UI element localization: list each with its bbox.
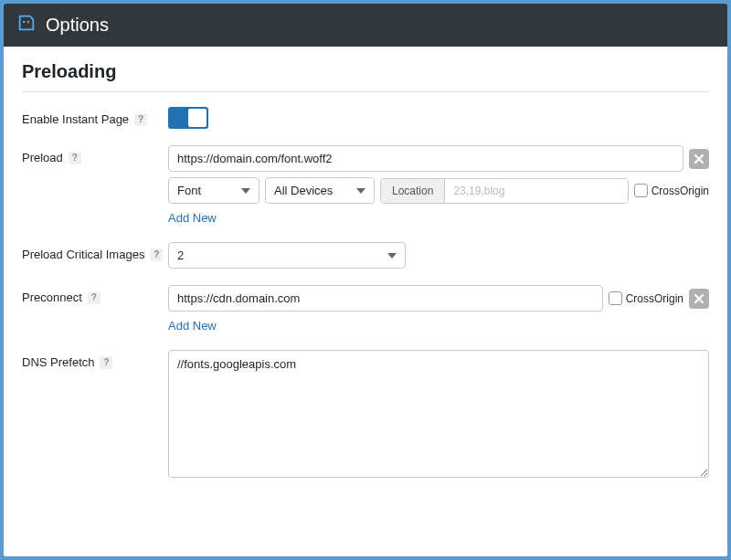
help-icon[interactable]: ?	[69, 152, 81, 164]
preconnect-add-new-link[interactable]: Add New	[168, 319, 217, 333]
dns-prefetch-textarea[interactable]: //fonts.googleapis.com	[168, 350, 709, 478]
preload-type-select[interactable]: Font	[168, 177, 260, 204]
row-instant-page: Enable Instant Page ?	[22, 107, 709, 129]
preload-device-select[interactable]: All Devices	[265, 177, 375, 204]
help-icon[interactable]: ?	[134, 113, 147, 126]
options-window: Options Preloading Enable Instant Page ?…	[4, 4, 727, 556]
preload-add-new-link[interactable]: Add New	[168, 211, 217, 225]
critical-images-label: Preload Critical Images	[22, 248, 144, 261]
help-icon[interactable]: ?	[88, 291, 101, 304]
critical-images-select[interactable]: 2	[168, 242, 406, 269]
row-preconnect: Preconnect ? CrossOrigin Add New	[22, 285, 709, 333]
preconnect-crossorigin-wrap[interactable]: CrossOrigin	[609, 291, 683, 305]
titlebar: Options	[4, 4, 727, 47]
dns-prefetch-label: DNS Prefetch	[22, 355, 94, 369]
preload-location-group: Location	[380, 178, 629, 204]
help-icon[interactable]: ?	[150, 248, 163, 261]
preload-crossorigin-checkbox[interactable]	[634, 184, 648, 197]
preconnect-crossorigin-label: CrossOrigin	[626, 292, 683, 305]
preconnect-label: Preconnect	[22, 291, 82, 304]
app-icon	[16, 13, 37, 37]
preconnect-url-input[interactable]	[168, 285, 603, 312]
row-preload: Preload ? Font All Devices	[22, 145, 709, 226]
section-title: Preloading	[22, 61, 709, 92]
preload-url-input[interactable]	[168, 145, 683, 172]
row-dns-prefetch: DNS Prefetch ? //fonts.googleapis.com	[22, 350, 709, 481]
title-text: Options	[46, 15, 109, 36]
row-critical-images: Preload Critical Images ? 2	[22, 242, 709, 269]
remove-preconnect-button[interactable]	[689, 289, 709, 309]
svg-point-0	[23, 21, 26, 24]
remove-preload-button[interactable]	[689, 149, 709, 169]
preload-crossorigin-wrap[interactable]: CrossOrigin	[634, 184, 709, 197]
instant-page-label: Enable Instant Page	[22, 112, 129, 126]
preload-crossorigin-label: CrossOrigin	[652, 185, 709, 197]
svg-point-1	[27, 21, 30, 24]
content-area: Preloading Enable Instant Page ? Preload…	[4, 47, 727, 556]
help-icon[interactable]: ?	[100, 356, 112, 369]
preconnect-crossorigin-checkbox[interactable]	[609, 291, 622, 305]
instant-page-toggle[interactable]	[168, 107, 208, 129]
location-button[interactable]: Location	[381, 179, 445, 203]
preload-label: Preload	[22, 151, 63, 164]
location-input[interactable]	[445, 179, 627, 203]
